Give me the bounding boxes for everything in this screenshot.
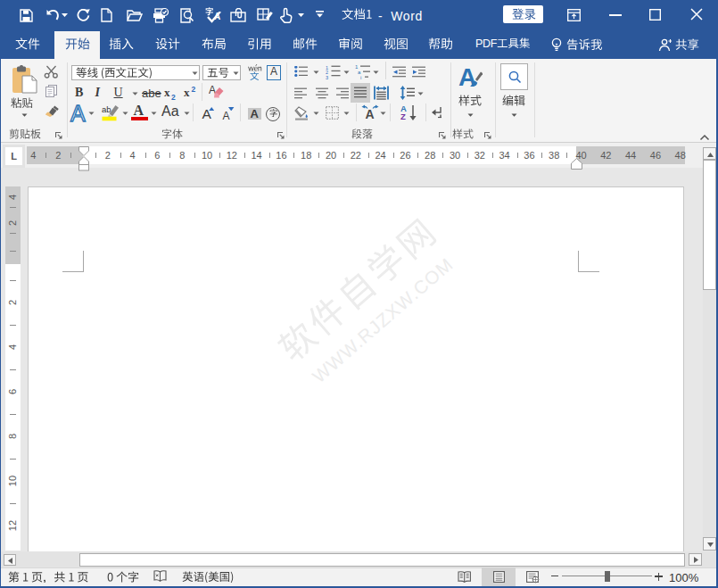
svg-text:i: i — [360, 75, 361, 80]
svg-text:3: 3 — [326, 75, 328, 80]
svg-text:ab: ab — [102, 104, 111, 114]
